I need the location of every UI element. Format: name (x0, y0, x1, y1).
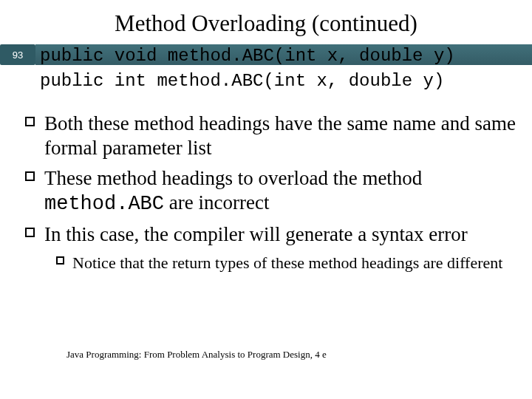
bullet-list: Both these method headings have the same… (25, 112, 520, 273)
header-stripe-row: 93 public void method.ABC(int x, double … (0, 44, 532, 69)
bullet-text: are incorrect (164, 191, 269, 214)
bullet-text: These method headings to overload the me… (44, 167, 422, 189)
bullet-code: method.ABC (44, 193, 164, 215)
bullet-marker-icon (25, 228, 35, 237)
bullet-item: Both these method headings have the same… (25, 112, 520, 160)
sub-bullet-text: Notice that the return types of these me… (72, 253, 502, 272)
code-line-1: public void method.ABC(int x, double y) (40, 46, 455, 66)
slide-number-badge: 93 (0, 44, 35, 65)
code-line-2: public int method.ABC(int x, double y) (40, 71, 532, 91)
bullet-text: Both these method headings have the same… (44, 112, 516, 159)
slide-title: Method Overloading (continued) (0, 10, 532, 37)
sub-bullet-marker-icon (56, 256, 64, 265)
bullet-text: In this case, the compiler will generate… (44, 223, 468, 245)
bullet-marker-icon (25, 171, 35, 181)
footer-text: Java Programming: From Problem Analysis … (66, 349, 327, 361)
sub-bullet-item: Notice that the return types of these me… (56, 253, 520, 273)
bullet-item: These method headings to overload the me… (25, 166, 520, 216)
bullet-marker-icon (25, 117, 35, 126)
bullet-item: In this case, the compiler will generate… (25, 222, 520, 247)
